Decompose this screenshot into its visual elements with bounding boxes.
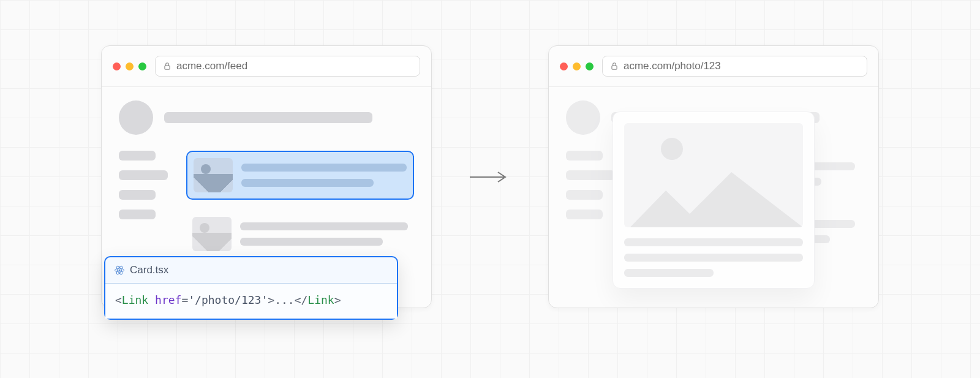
url-bar[interactable]: acme.com/feed bbox=[155, 56, 420, 77]
sidebar-item-placeholder bbox=[566, 170, 615, 180]
svg-rect-0 bbox=[165, 66, 170, 69]
sidebar-item-placeholder bbox=[119, 210, 156, 219]
sidebar-item-placeholder bbox=[566, 210, 603, 219]
photo-description-placeholder bbox=[624, 238, 803, 277]
react-icon bbox=[114, 265, 125, 276]
window-controls bbox=[560, 62, 594, 70]
sidebar bbox=[119, 151, 172, 257]
text-placeholder bbox=[624, 254, 803, 262]
feed-header bbox=[119, 100, 414, 135]
photo-large-placeholder bbox=[624, 123, 803, 227]
text-placeholder bbox=[241, 164, 407, 172]
code-file-header: Card.tsx bbox=[105, 257, 397, 284]
lock-icon bbox=[610, 62, 619, 70]
minimize-dot[interactable] bbox=[573, 62, 581, 70]
avatar-placeholder bbox=[566, 100, 600, 135]
url-bar[interactable]: acme.com/photo/123 bbox=[602, 56, 867, 77]
browser-window-photo: acme.com/photo/123 bbox=[548, 45, 879, 308]
window-controls bbox=[113, 62, 146, 70]
sidebar-item-placeholder bbox=[119, 170, 168, 180]
feed-list bbox=[186, 151, 414, 257]
image-thumbnail-icon bbox=[194, 158, 233, 192]
sidebar-item-placeholder bbox=[566, 190, 603, 200]
sidebar-item-placeholder bbox=[566, 151, 603, 161]
code-popover: Card.tsx <Link href='/photo/123'>...</Li… bbox=[104, 256, 398, 320]
titlebar: acme.com/feed bbox=[102, 46, 431, 87]
sidebar-item-placeholder bbox=[119, 151, 156, 161]
maximize-dot[interactable] bbox=[138, 62, 146, 70]
maximize-dot[interactable] bbox=[586, 62, 594, 70]
text-placeholder bbox=[624, 269, 714, 277]
text-placeholder bbox=[624, 238, 803, 246]
photo-modal bbox=[612, 112, 815, 289]
code-filename: Card.tsx bbox=[130, 264, 168, 276]
feed-card[interactable] bbox=[186, 211, 414, 257]
sidebar-item-placeholder bbox=[119, 190, 156, 200]
svg-point-1 bbox=[119, 270, 121, 271]
avatar-placeholder bbox=[119, 100, 153, 135]
photo-content bbox=[549, 87, 878, 308]
code-snippet: <Link href='/photo/123'>...</Link> bbox=[105, 284, 397, 319]
title-placeholder bbox=[164, 112, 372, 123]
text-placeholder bbox=[240, 222, 408, 230]
arrow-icon bbox=[469, 170, 511, 184]
text-placeholder bbox=[241, 179, 374, 187]
svg-rect-6 bbox=[612, 66, 617, 69]
lock-icon bbox=[163, 62, 172, 70]
close-dot[interactable] bbox=[560, 62, 568, 70]
url-text: acme.com/feed bbox=[176, 60, 247, 72]
feed-card-selected[interactable] bbox=[186, 151, 414, 200]
url-text: acme.com/photo/123 bbox=[624, 60, 721, 72]
image-thumbnail-icon bbox=[192, 217, 232, 251]
minimize-dot[interactable] bbox=[126, 62, 134, 70]
titlebar: acme.com/photo/123 bbox=[549, 46, 878, 87]
close-dot[interactable] bbox=[113, 62, 121, 70]
text-placeholder bbox=[240, 238, 383, 246]
svg-marker-7 bbox=[630, 172, 803, 227]
